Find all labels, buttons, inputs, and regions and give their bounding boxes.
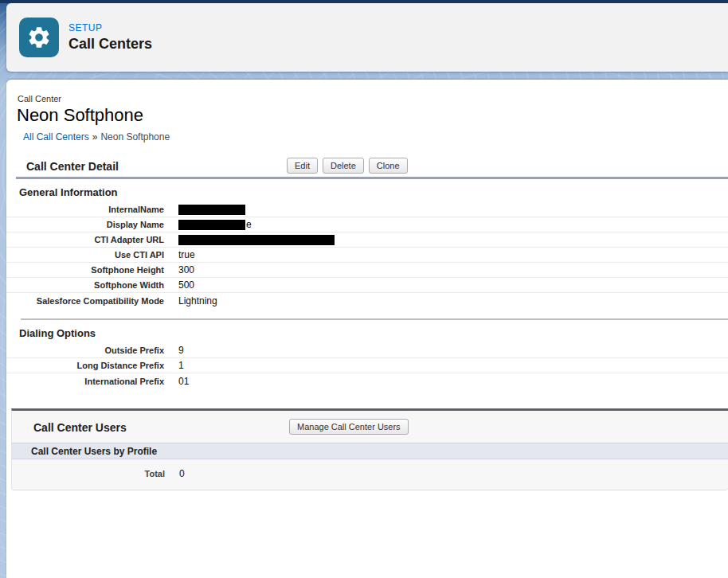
gear-icon bbox=[19, 18, 59, 57]
field-row-outside-prefix: Outside Prefix 9 bbox=[6, 343, 728, 358]
detail-header-rule bbox=[16, 177, 728, 179]
field-label: Long Distance Prefix bbox=[6, 361, 164, 370]
breadcrumb-all-call-centers-link[interactable]: All Call Centers bbox=[23, 131, 89, 143]
delete-button[interactable]: Delete bbox=[323, 158, 364, 174]
users-by-profile-subheader: Call Center Users by Profile bbox=[31, 446, 157, 457]
object-type-label: Call Center bbox=[18, 94, 728, 103]
field-value: 01 bbox=[178, 376, 189, 387]
field-row-cti-adapter-url: CTI Adapter URL bbox=[6, 232, 728, 248]
field-row-softphone-height: Softphone Height 300 bbox=[6, 263, 728, 278]
field-value: 9 bbox=[178, 345, 184, 356]
manage-call-center-users-button[interactable]: Manage Call Center Users bbox=[289, 419, 409, 435]
setup-eyebrow: SETUP bbox=[68, 22, 152, 33]
users-by-profile-subheader-bar: Call Center Users by Profile bbox=[12, 443, 728, 459]
field-value bbox=[178, 205, 245, 215]
field-row-display-name: Display Name e bbox=[6, 217, 728, 232]
field-value: true bbox=[178, 249, 195, 260]
field-row-use-cti-api: Use CTI API true bbox=[6, 248, 728, 263]
field-label: InternalName bbox=[6, 205, 164, 214]
section-title-general-information: General Information bbox=[19, 186, 728, 198]
edit-button[interactable]: Edit bbox=[287, 158, 318, 174]
top-navy-strip bbox=[0, 0, 728, 3]
field-value: 1 bbox=[178, 360, 184, 371]
redaction-bar bbox=[178, 205, 245, 215]
field-row-international-prefix: International Prefix 01 bbox=[6, 373, 728, 389]
field-label: International Prefix bbox=[6, 377, 164, 386]
field-value bbox=[178, 235, 335, 245]
field-label: Display Name bbox=[6, 220, 164, 229]
general-information-rows: InternalName Display Name e CTI Adapter … bbox=[6, 202, 728, 308]
field-label: CTI Adapter URL bbox=[6, 235, 164, 244]
field-label: Salesforce Compatibility Mode bbox=[6, 296, 164, 306]
related-list-button-group: Manage Call Center Users bbox=[289, 419, 409, 435]
field-value: Lightning bbox=[178, 295, 217, 307]
redaction-bar bbox=[178, 235, 335, 245]
clone-button[interactable]: Clone bbox=[369, 158, 408, 174]
field-label: Use CTI API bbox=[6, 250, 164, 260]
gear-icon-glyph bbox=[26, 25, 52, 50]
breadcrumb-separator: » bbox=[92, 131, 98, 143]
field-row-salesforce-compatibility-mode: Salesforce Compatibility Mode Lightning bbox=[6, 293, 728, 308]
main-content-card: Call Center Neon Softphone All Call Cent… bbox=[6, 80, 728, 578]
related-list-header: Call Center Users Manage Call Center Use… bbox=[12, 411, 728, 443]
total-row: Total 0 bbox=[12, 466, 728, 481]
setup-page-title: Call Centers bbox=[68, 36, 152, 53]
field-label: Softphone Width bbox=[6, 280, 164, 290]
field-value: e bbox=[178, 219, 252, 230]
field-row-internal-name: InternalName bbox=[6, 202, 728, 217]
field-row-long-distance-prefix: Long Distance Prefix 1 bbox=[6, 358, 728, 373]
total-value: 0 bbox=[179, 468, 185, 479]
field-value: 300 bbox=[178, 264, 194, 275]
call-center-users-related-list: Call Center Users Manage Call Center Use… bbox=[11, 408, 728, 490]
section-title-dialing-options: Dialing Options bbox=[19, 327, 728, 339]
field-value-suffix: e bbox=[246, 219, 252, 230]
detail-button-group: Edit Delete Clone bbox=[287, 158, 408, 174]
redaction-bar bbox=[178, 220, 245, 230]
setup-page-header: SETUP Call Centers bbox=[6, 3, 728, 72]
field-label: Outside Prefix bbox=[6, 346, 164, 355]
field-row-softphone-width: Softphone Width 500 bbox=[6, 278, 728, 293]
total-label: Total bbox=[12, 469, 165, 478]
breadcrumb: All Call Centers»Neon Softphone bbox=[23, 131, 728, 143]
field-value: 500 bbox=[178, 279, 194, 291]
dialing-options-rows: Outside Prefix 9 Long Distance Prefix 1 … bbox=[6, 343, 728, 389]
detail-block-header: Call Center Detail Edit Delete Clone bbox=[6, 158, 728, 177]
section-divider bbox=[21, 318, 728, 320]
field-label: Softphone Height bbox=[6, 265, 164, 275]
record-title: Neon Softphone bbox=[17, 105, 728, 126]
breadcrumb-current: Neon Softphone bbox=[100, 131, 170, 143]
